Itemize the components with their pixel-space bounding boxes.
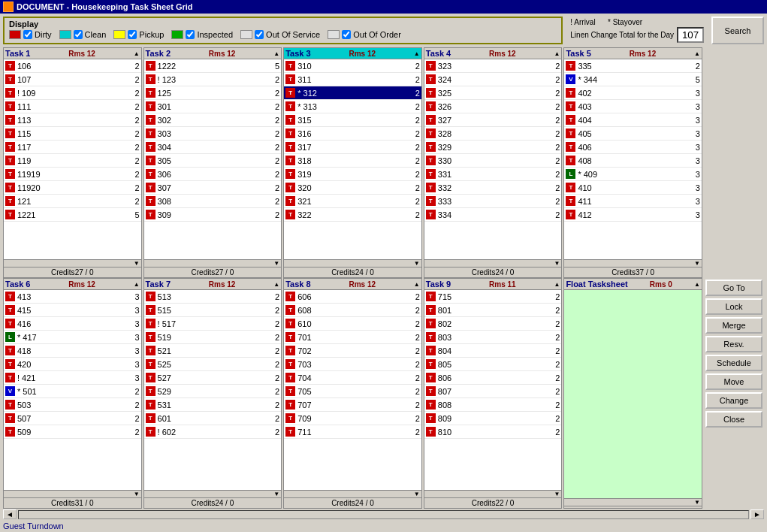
- scroll-up-btn[interactable]: ▲: [554, 281, 560, 288]
- table-row[interactable]: T3212: [284, 195, 421, 208]
- goto-button[interactable]: Go To: [705, 280, 762, 296]
- table-row[interactable]: T3332: [424, 195, 562, 208]
- scroll-left-btn[interactable]: ◄: [3, 509, 17, 519]
- table-row[interactable]: T3042: [144, 141, 282, 154]
- move-button[interactable]: Move: [705, 373, 762, 390]
- table-row[interactable]: T8032: [424, 331, 562, 344]
- h-scroll-track[interactable]: [18, 510, 749, 519]
- scroll-down-btn[interactable]: ▼: [564, 498, 702, 506]
- table-row[interactable]: T3182: [284, 154, 421, 168]
- table-row[interactable]: T7112: [284, 425, 421, 439]
- table-row[interactable]: T3112: [284, 73, 421, 86]
- scroll-down-btn[interactable]: ▼: [284, 259, 421, 267]
- table-row[interactable]: T3082: [144, 195, 282, 208]
- scroll-down-btn[interactable]: ▼: [4, 259, 141, 267]
- table-row[interactable]: T3072: [144, 181, 282, 195]
- table-row[interactable]: T5192: [144, 331, 282, 344]
- table-row[interactable]: T7092: [284, 412, 421, 425]
- table-row[interactable]: T1112: [4, 100, 141, 113]
- table-row[interactable]: T8012: [424, 304, 562, 317]
- table-row[interactable]: T4113: [564, 195, 702, 208]
- scroll-up-btn[interactable]: ▲: [273, 281, 279, 288]
- table-row[interactable]: V* 5012: [4, 385, 141, 398]
- table-row[interactable]: T5092: [4, 425, 141, 439]
- scroll-down-btn[interactable]: ▼: [144, 259, 282, 267]
- table-row[interactable]: T1192: [4, 154, 141, 168]
- table-row[interactable]: T7052: [284, 385, 421, 398]
- table-row[interactable]: T3302: [424, 154, 562, 168]
- table-row[interactable]: T8052: [424, 358, 562, 371]
- table-row[interactable]: T12215: [4, 208, 141, 222]
- table-row[interactable]: T7032: [284, 358, 421, 371]
- scroll-up-btn[interactable]: ▲: [414, 281, 420, 288]
- table-row[interactable]: T8072: [424, 385, 562, 398]
- scroll-up-btn[interactable]: ▲: [273, 50, 279, 57]
- table-row[interactable]: T7152: [424, 290, 562, 304]
- table-row[interactable]: T5252: [144, 358, 282, 371]
- inspected-checkbox[interactable]: [186, 30, 195, 39]
- table-row[interactable]: T7042: [284, 371, 421, 385]
- lock-button[interactable]: Lock: [705, 298, 762, 315]
- table-row[interactable]: T3022: [144, 113, 282, 127]
- table-row[interactable]: T7022: [284, 344, 421, 358]
- clean-checkbox[interactable]: [74, 30, 83, 39]
- table-row[interactable]: T3062: [144, 168, 282, 181]
- table-row[interactable]: T4043: [564, 113, 702, 127]
- scroll-right-btn[interactable]: ►: [750, 509, 764, 519]
- table-row[interactable]: T3292: [424, 141, 562, 154]
- table-row[interactable]: T3152: [284, 113, 421, 127]
- table-row[interactable]: T4203: [4, 358, 141, 371]
- table-row[interactable]: T8082: [424, 398, 562, 412]
- table-row[interactable]: T3282: [424, 127, 562, 141]
- table-row[interactable]: T4133: [4, 290, 141, 304]
- table-row[interactable]: T6062: [284, 290, 421, 304]
- table-row[interactable]: T3352: [564, 59, 702, 73]
- table-row[interactable]: T3222: [284, 208, 421, 222]
- change-button[interactable]: Change: [705, 392, 762, 409]
- table-row[interactable]: T! 1232: [144, 73, 282, 86]
- table-row[interactable]: T4123: [564, 208, 702, 222]
- table-row[interactable]: T3012: [144, 100, 282, 113]
- table-row[interactable]: T4153: [4, 304, 141, 317]
- table-row[interactable]: T3272: [424, 113, 562, 127]
- search-button[interactable]: Search: [711, 17, 764, 44]
- linen-input[interactable]: [677, 27, 704, 43]
- scroll-up-btn[interactable]: ▲: [694, 281, 700, 288]
- table-row[interactable]: T6082: [284, 304, 421, 317]
- table-row[interactable]: T! 1092: [4, 86, 141, 100]
- table-row[interactable]: T8092: [424, 412, 562, 425]
- table-row[interactable]: T4163: [4, 317, 141, 331]
- table-row[interactable]: T! 6022: [144, 425, 282, 439]
- table-row[interactable]: T4033: [564, 100, 702, 113]
- table-row[interactable]: T3312: [424, 168, 562, 181]
- table-row[interactable]: T3032: [144, 127, 282, 141]
- schedule-button[interactable]: Schedule: [705, 355, 762, 371]
- table-row[interactable]: T4103: [564, 181, 702, 195]
- table-row[interactable]: T4053: [564, 127, 702, 141]
- table-row[interactable]: T4183: [4, 344, 141, 358]
- table-row[interactable]: T3192: [284, 168, 421, 181]
- table-row[interactable]: T3092: [144, 208, 282, 222]
- scroll-up-btn[interactable]: ▲: [134, 50, 140, 57]
- table-row[interactable]: T3242: [424, 73, 562, 86]
- table-row[interactable]: T4083: [564, 154, 702, 168]
- table-row[interactable]: T119202: [4, 181, 141, 195]
- table-row[interactable]: T3232: [424, 59, 562, 73]
- table-row[interactable]: T3262: [424, 100, 562, 113]
- table-row[interactable]: T1152: [4, 127, 141, 141]
- ooo-checkbox[interactable]: [342, 30, 351, 39]
- table-row[interactable]: T1072: [4, 73, 141, 86]
- table-row[interactable]: T8062: [424, 371, 562, 385]
- table-row[interactable]: T8022: [424, 317, 562, 331]
- table-row[interactable]: T3202: [284, 181, 421, 195]
- pickup-checkbox[interactable]: [128, 30, 137, 39]
- dirty-checkbox[interactable]: [23, 30, 32, 39]
- table-row[interactable]: T* 3132: [284, 100, 421, 113]
- merge-button[interactable]: Merge: [705, 317, 762, 334]
- table-row[interactable]: T3052: [144, 154, 282, 168]
- scroll-up-btn[interactable]: ▲: [694, 50, 700, 57]
- table-row[interactable]: T5132: [144, 290, 282, 304]
- scroll-up-btn[interactable]: ▲: [414, 50, 420, 57]
- table-row[interactable]: T5312: [144, 398, 282, 412]
- close-button[interactable]: Close: [705, 411, 762, 428]
